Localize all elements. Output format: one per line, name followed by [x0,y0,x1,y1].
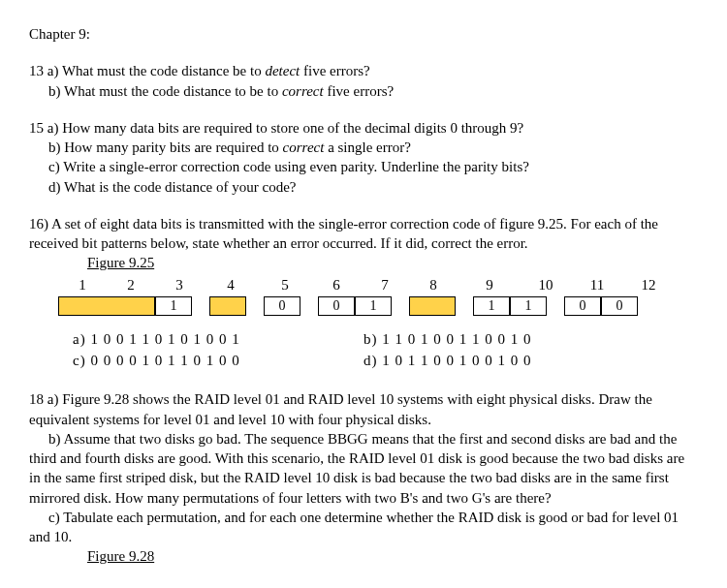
q13-a-post: five errors? [300,63,369,78]
q18-a: 18 a) Figure 9.28 shows the RAID level 0… [29,389,698,429]
q13-a-pre: 13 a) What must the code distance be to [29,63,265,78]
q16-opt-d: d) 1 0 1 1 0 0 1 0 0 1 0 0 [364,351,654,370]
bit-header: 1 [58,275,107,296]
bit-header: 7 [361,275,409,296]
chapter-heading: Chapter 9: [29,24,698,44]
bit-cell: 1 [510,296,547,316]
q13-b: b) What must the code distance to be to … [29,81,698,101]
q16-options-right: b) 1 1 0 1 0 0 1 1 0 0 1 0 d) 1 0 1 1 0 … [364,329,654,373]
q15-b-post: a single error? [324,139,411,155]
q15-b: b) How many parity bits are required to … [29,138,698,157]
bit-header: 6 [312,275,361,296]
bit-cell: 0 [264,296,300,316]
bit-header: 4 [204,275,258,296]
q15-b-pre: b) How many parity bits are required to [48,139,283,155]
q13-b-pre: b) What must the code distance to be to [48,83,282,99]
bit-header: 11 [570,275,624,296]
q13-b-em: correct [282,83,324,99]
q16-opt-a: a) 1 0 0 1 1 0 1 0 1 0 0 1 [73,329,364,349]
q15-b-em: correct [283,139,325,155]
bit-cell [409,296,456,316]
figure-9-25-label: Figure 9.25 [87,255,154,270]
q18-c: c) Tabulate each permutation, and for ea… [29,508,698,547]
bit-header: 9 [458,275,522,296]
bit-header: 8 [409,275,458,296]
bit-cell [209,296,246,316]
figure-9-25-table: 1 2 3 4 5 6 7 8 9 10 11 12 1 0 0 1 1 [29,275,698,316]
q16-options-left: a) 1 0 0 1 1 0 1 0 1 0 0 1 c) 0 0 0 0 1 … [73,329,364,373]
bit-cell: 1 [355,296,392,316]
bit-cell [58,296,155,316]
bit-header: 12 [624,275,673,296]
bit-header: 3 [155,275,204,296]
q13-a: 13 a) What must the code distance be to … [29,61,698,80]
q13-b-post: five errors? [324,83,394,99]
q16-opt-c: c) 0 0 0 0 1 0 1 1 0 1 0 0 [73,351,364,370]
bit-cell: 1 [155,296,192,316]
q15-d: d) What is the code distance of your cod… [29,177,698,197]
bit-cell: 0 [318,296,355,316]
q13-a-em: detect [265,63,300,78]
q18-b: b) Assume that two disks go bad. The seq… [29,429,698,508]
question-13: 13 a) What must the code distance be to … [29,61,698,101]
question-15: 15 a) How many data bits are required to… [29,118,698,197]
bit-cell: 0 [564,296,601,316]
figure-9-28-label: Figure 9.28 [87,548,154,564]
bit-header: 10 [522,275,570,296]
q16-opt-b: b) 1 1 0 1 0 0 1 1 0 0 1 0 [364,329,654,349]
bit-cell: 1 [473,296,510,316]
q16-options: a) 1 0 0 1 1 0 1 0 1 0 0 1 c) 0 0 0 0 1 … [29,329,698,373]
bit-header: 5 [258,275,312,296]
bit-value-row: 1 0 0 1 1 1 0 0 [58,296,698,316]
bit-cell: 0 [601,296,638,316]
question-18: 18 a) Figure 9.28 shows the RAID level 0… [29,389,698,566]
question-16: 16) A set of eight data bits is transmit… [29,214,698,373]
q16-intro: 16) A set of eight data bits is transmit… [29,214,698,254]
bit-header: 2 [107,275,155,296]
q15-c: c) Write a single-error correction code … [29,157,698,176]
q15-a: 15 a) How many data bits are required to… [29,118,698,138]
bit-header-row: 1 2 3 4 5 6 7 8 9 10 11 12 [58,275,698,296]
